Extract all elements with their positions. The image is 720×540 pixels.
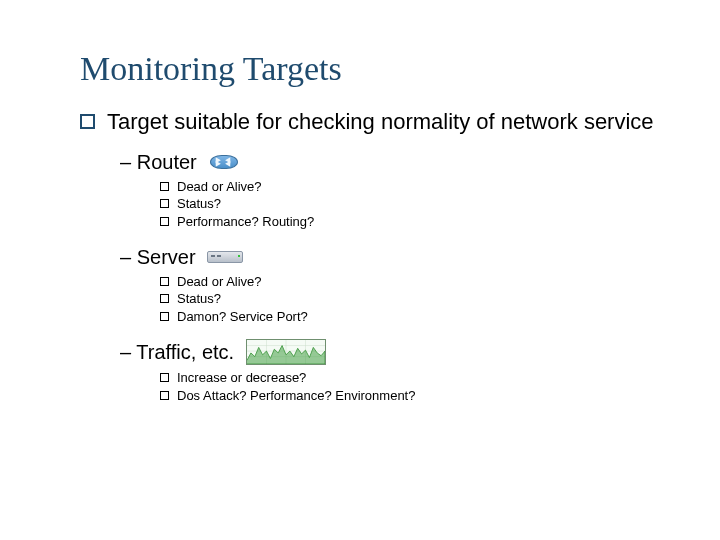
section-heading-label: Router [120, 151, 197, 174]
item-text: Performance? Routing? [177, 213, 314, 231]
slide: Monitoring Targets Target suitable for c… [0, 0, 720, 540]
section-heading-label: Server [120, 246, 196, 269]
item-text: Increase or decrease? [177, 369, 306, 387]
section-heading-server: Server [120, 244, 660, 268]
bullet-square-icon [160, 294, 169, 303]
bullet-square-icon [160, 182, 169, 191]
server-items: Dead or Alive? Status? Damon? Service Po… [160, 273, 660, 326]
item-text: Dead or Alive? [177, 273, 262, 291]
item-text: Status? [177, 290, 221, 308]
bullet-square-icon [160, 277, 169, 286]
list-item: Damon? Service Port? [160, 308, 660, 326]
section-heading-router: Router [120, 150, 660, 174]
bullet-square-icon [80, 114, 95, 129]
router-icon [208, 151, 238, 173]
bullet-square-icon [160, 373, 169, 382]
item-text: Status? [177, 195, 221, 213]
router-items: Dead or Alive? Status? Performance? Rout… [160, 178, 660, 231]
list-item: Dos Attack? Performance? Environment? [160, 387, 660, 405]
item-text: Damon? Service Port? [177, 308, 308, 326]
server-icon [207, 249, 243, 265]
item-text: Dos Attack? Performance? Environment? [177, 387, 415, 405]
bullet-square-icon [160, 312, 169, 321]
bullet-square-icon [160, 217, 169, 226]
slide-title: Monitoring Targets [80, 50, 660, 88]
list-item: Increase or decrease? [160, 369, 660, 387]
section-heading-label: Traffic, etc. [120, 341, 234, 364]
lead-bullet-row: Target suitable for checking normality o… [80, 108, 660, 136]
list-item: Status? [160, 195, 660, 213]
section-heading-traffic: Traffic, etc. [120, 339, 660, 365]
list-item: Dead or Alive? [160, 178, 660, 196]
traffic-items: Increase or decrease? Dos Attack? Perfor… [160, 369, 660, 404]
list-item: Dead or Alive? [160, 273, 660, 291]
bullet-square-icon [160, 199, 169, 208]
lead-text: Target suitable for checking normality o… [107, 108, 654, 136]
bullet-square-icon [160, 391, 169, 400]
item-text: Dead or Alive? [177, 178, 262, 196]
list-item: Performance? Routing? [160, 213, 660, 231]
traffic-graph-icon [246, 339, 326, 365]
list-item: Status? [160, 290, 660, 308]
